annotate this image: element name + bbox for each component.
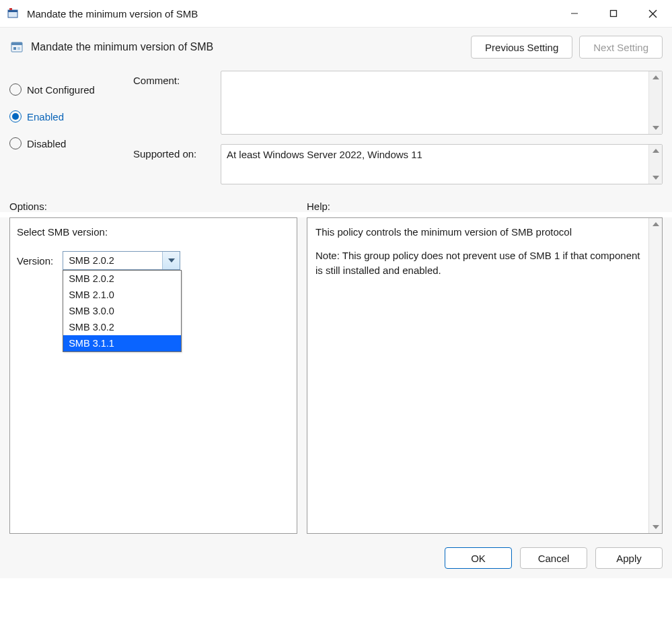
supported-on-value: At least Windows Server 2022, Windows 11 (221, 145, 648, 184)
cancel-button[interactable]: Cancel (520, 547, 587, 569)
radio-label: Disabled (27, 138, 66, 149)
svg-rect-4 (611, 11, 617, 17)
version-label: Version: (17, 255, 53, 267)
apply-button[interactable]: Apply (595, 547, 663, 569)
options-title: Select SMB version: (17, 226, 290, 238)
help-panel: This policy controls the minimum version… (307, 217, 663, 534)
svg-marker-14 (652, 176, 659, 180)
policy-title: Mandate the minimum version of SMB (31, 41, 213, 53)
comment-label: Comment: (133, 71, 221, 86)
scroll-up-icon[interactable] (649, 218, 662, 230)
options-section-label: Options: (9, 201, 297, 212)
scroll-down-icon[interactable] (649, 521, 662, 533)
radio-icon (9, 83, 22, 96)
radio-label: Enabled (27, 111, 64, 123)
scroll-down-icon[interactable] (649, 122, 662, 134)
minimize-button[interactable] (555, 0, 594, 27)
version-option[interactable]: SMB 3.1.1 (63, 335, 181, 351)
app-icon (7, 7, 20, 20)
previous-setting-button[interactable]: Previous Setting (471, 36, 572, 59)
scrollbar[interactable] (648, 218, 662, 533)
svg-rect-1 (8, 10, 17, 12)
radio-icon (9, 137, 22, 149)
supported-on-label: Supported on: (133, 144, 221, 160)
svg-marker-17 (652, 525, 659, 529)
radio-not-configured[interactable]: Not Configured (9, 76, 124, 103)
window-title: Mandate the minimum version of SMB (27, 8, 198, 20)
svg-marker-12 (652, 126, 659, 130)
svg-rect-10 (17, 47, 20, 50)
state-radio-group: Not Configured Enabled Disabled (9, 71, 124, 157)
svg-marker-15 (168, 258, 175, 263)
version-dropdown: SMB 2.0.2 SMB 2.1.0 SMB 3.0.0 SMB 3.0.2 … (63, 270, 182, 352)
help-paragraph: This policy controls the minimum version… (315, 225, 640, 240)
version-combobox[interactable]: SMB 2.0.2 SMB 2.0.2 SMB 2.1.0 SMB 3.0.0 … (63, 251, 180, 270)
svg-marker-13 (652, 149, 659, 153)
options-panel: Select SMB version: Version: SMB 2.0.2 S… (9, 217, 297, 534)
scrollbar[interactable] (648, 145, 662, 184)
version-option[interactable]: SMB 3.0.0 (63, 303, 181, 319)
next-setting-button[interactable]: Next Setting (579, 36, 663, 59)
radio-icon (9, 110, 22, 123)
policy-icon (9, 40, 24, 55)
chevron-down-icon[interactable] (162, 252, 180, 269)
close-button[interactable] (633, 0, 672, 27)
version-option[interactable]: SMB 2.0.2 (63, 271, 181, 287)
policy-header: Mandate the minimum version of SMB Previ… (0, 27, 672, 65)
ok-button[interactable]: OK (445, 547, 512, 569)
svg-rect-9 (13, 47, 16, 50)
titlebar: Mandate the minimum version of SMB (0, 0, 672, 27)
scrollbar[interactable] (648, 71, 662, 134)
svg-rect-8 (11, 42, 22, 45)
scroll-up-icon[interactable] (649, 71, 662, 83)
radio-label: Not Configured (27, 84, 95, 96)
help-paragraph: Note: This group policy does not prevent… (315, 248, 640, 279)
policy-body: Not Configured Enabled Disabled Comment: (0, 65, 672, 212)
version-option[interactable]: SMB 3.0.2 (63, 319, 181, 335)
comment-value (221, 71, 648, 134)
version-selected: SMB 2.0.2 (63, 255, 162, 266)
svg-marker-11 (652, 75, 659, 79)
supported-on-textarea: At least Windows Server 2022, Windows 11 (221, 144, 663, 184)
radio-disabled[interactable]: Disabled (9, 130, 124, 157)
scroll-down-icon[interactable] (649, 172, 662, 184)
version-option[interactable]: SMB 2.1.0 (63, 287, 181, 303)
dialog-footer: OK Cancel Apply (0, 542, 672, 578)
help-section-label: Help: (307, 201, 663, 212)
maximize-button[interactable] (594, 0, 633, 27)
help-content: This policy controls the minimum version… (307, 218, 648, 533)
svg-rect-2 (9, 8, 12, 10)
svg-marker-16 (652, 222, 659, 226)
scroll-up-icon[interactable] (649, 145, 662, 157)
comment-textarea[interactable] (221, 71, 663, 135)
radio-enabled[interactable]: Enabled (9, 103, 124, 130)
